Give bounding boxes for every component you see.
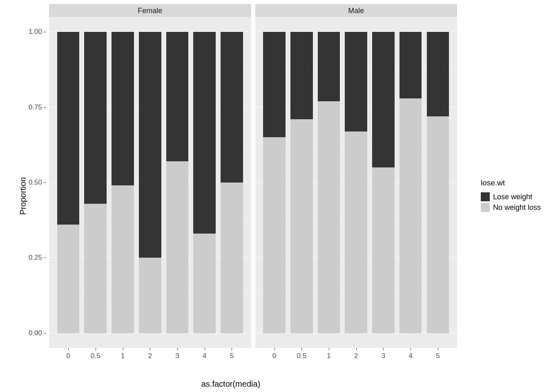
- legend-item-label: No weight loss: [493, 203, 541, 212]
- bar: [372, 32, 395, 333]
- bar: [84, 32, 107, 333]
- x-tick: 4: [193, 348, 216, 363]
- legend-swatch-icon: [481, 192, 490, 201]
- bar: [345, 32, 367, 333]
- plot-area: [49, 17, 251, 348]
- x-tick: 0.5: [84, 348, 107, 363]
- bar: [193, 32, 216, 333]
- x-tick: 1: [318, 348, 340, 363]
- legend-item: Lose weight: [481, 192, 541, 201]
- bar: [290, 32, 313, 333]
- x-axis-ticks: 0 0.5 1 2 3 4 5: [255, 348, 458, 363]
- chart-container: Proportion 0.00 0.25 0.50 0.75 1.00 Fema…: [0, 0, 549, 392]
- bar: [427, 32, 449, 333]
- x-tick: 5: [427, 348, 449, 363]
- y-tick: 1.00: [29, 28, 42, 36]
- y-tick: 0.25: [29, 254, 42, 262]
- x-tick: 3: [166, 348, 189, 363]
- bars: [255, 32, 458, 333]
- x-axis-label: as.factor(media): [0, 379, 462, 389]
- x-tick: 1: [112, 348, 134, 363]
- x-tick: 2: [345, 348, 367, 363]
- legend: lose.wt Lose weight No weight loss: [481, 178, 541, 214]
- bar: [221, 32, 243, 333]
- y-tick: 0.50: [29, 178, 42, 187]
- facet-strip: Male: [255, 4, 458, 17]
- bar: [139, 32, 161, 333]
- x-tick: 2: [139, 348, 161, 363]
- legend-swatch-icon: [481, 203, 490, 212]
- x-tick: 3: [372, 348, 395, 363]
- y-tick: 0.00: [29, 329, 42, 337]
- x-tick: 5: [221, 348, 243, 363]
- facet-panel-male: Male: [255, 4, 458, 363]
- facet-panels: Female: [49, 4, 457, 363]
- x-tick: 0.5: [290, 348, 313, 363]
- y-tick: 0.75: [29, 103, 42, 111]
- x-tick: 0: [263, 348, 286, 363]
- bar: [318, 32, 340, 333]
- facet-strip: Female: [49, 4, 251, 17]
- x-axis-ticks: 0 0.5 1 2 3 4 5: [49, 348, 251, 363]
- bar: [112, 32, 134, 333]
- bars: [49, 32, 251, 333]
- bar: [399, 32, 422, 333]
- bar: [263, 32, 286, 333]
- legend-item-label: Lose weight: [493, 193, 532, 201]
- x-tick: 0: [57, 348, 80, 363]
- bar: [166, 32, 189, 333]
- legend-item: No weight loss: [481, 203, 541, 212]
- legend-title: lose.wt: [481, 178, 541, 187]
- y-axis-ticks: 0.00 0.25 0.50 0.75 1.00: [22, 17, 47, 348]
- x-tick: 4: [399, 348, 422, 363]
- plot-area: [255, 17, 458, 348]
- bar: [57, 32, 80, 333]
- facet-panel-female: Female: [49, 4, 251, 363]
